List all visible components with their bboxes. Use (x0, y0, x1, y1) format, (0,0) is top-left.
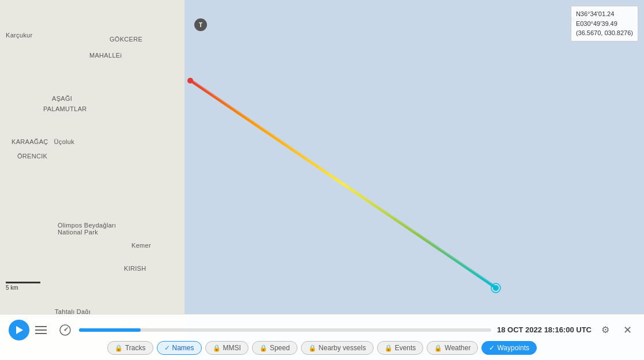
chip-label: MMSI (223, 344, 241, 352)
map-label: MAHALLEi (89, 52, 122, 59)
chip-label: Waypoints (497, 344, 529, 352)
chip-events[interactable]: 🔒Events (377, 341, 424, 355)
coordinate-display: N36°34'01.24 E030°49'39.49 (36.5670, 030… (571, 6, 638, 41)
map-container: KarçukurGÖKCEREMAHALLEiAŞAĞIPALAMUTLARKA… (0, 0, 644, 360)
speed-button[interactable] (57, 322, 73, 338)
lock-icon: 🔒 (259, 344, 268, 352)
close-icon: ✕ (623, 324, 632, 336)
lock-icon: 🔒 (434, 344, 442, 352)
map-label: Karçukur (6, 32, 32, 39)
chip-label: Nearby vessels (319, 344, 366, 352)
playback-row: 18 OCT 2022 18:16:00 UTC ⚙ ✕ (9, 320, 635, 340)
sea-area (150, 0, 644, 360)
map-pin[interactable]: T (194, 18, 207, 31)
map-label: ÖRENCIK (17, 153, 47, 160)
chip-weather[interactable]: 🔒Weather (427, 341, 478, 355)
map-label: GÖKCERE (110, 36, 142, 43)
lock-icon: 🔒 (115, 344, 123, 352)
settings-button[interactable]: ⚙ (597, 322, 613, 338)
coord-line2: E030°49'39.49 (576, 19, 633, 29)
map-label: Kemer (131, 242, 151, 249)
gear-icon: ⚙ (601, 325, 609, 335)
svg-point-6 (65, 329, 66, 331)
chip-nearby-vessels[interactable]: 🔒Nearby vessels (301, 341, 374, 355)
chip-names[interactable]: ✓Names (157, 341, 202, 355)
map-label: AŞAĞI (52, 95, 72, 102)
scale-bar-line (6, 282, 40, 283)
bottom-toolbar: 18 OCT 2022 18:16:00 UTC ⚙ ✕ 🔒Tracks✓Nam… (0, 314, 644, 360)
lock-icon: 🔒 (308, 344, 317, 352)
chip-waypoints[interactable]: ✓Waypoints (481, 341, 537, 355)
progress-bar[interactable] (79, 328, 491, 332)
progress-fill (79, 328, 141, 332)
chip-tracks[interactable]: 🔒Tracks (107, 341, 153, 355)
close-button[interactable]: ✕ (619, 322, 635, 338)
map-label: KIRISH (124, 265, 146, 272)
chip-label: Events (395, 344, 416, 352)
chip-label: Speed (270, 344, 290, 352)
lock-icon: 🔒 (385, 344, 393, 352)
speed-icon (59, 324, 71, 336)
map-label: Olimpos Beydağları National Park (58, 222, 116, 236)
play-icon (16, 326, 23, 334)
chip-label: Names (172, 344, 194, 352)
scale-bar: 5 km (6, 282, 40, 291)
chip-speed[interactable]: 🔒Speed (252, 341, 297, 355)
timestamp-label: 18 OCT 2022 18:16:00 UTC (497, 325, 592, 334)
coord-line1: N36°34'01.24 (576, 9, 633, 19)
check-icon: ✓ (489, 344, 495, 352)
map-label: PALAMUTLAR (43, 105, 87, 112)
scale-bar-label: 5 km (6, 285, 18, 291)
map-label: KARAAĞAÇ Üçoluk (12, 138, 74, 145)
menu-button[interactable] (35, 322, 51, 338)
chip-mmsi[interactable]: 🔒MMSI (205, 341, 248, 355)
coord-line3: (36.5670, 030.8276) (576, 28, 633, 38)
play-button[interactable] (9, 320, 29, 340)
chip-label: Weather (445, 344, 470, 352)
filter-chips-row: 🔒Tracks✓Names🔒MMSI🔒Speed🔒Nearby vessels🔒… (107, 341, 537, 355)
check-icon: ✓ (164, 344, 170, 352)
lock-icon: 🔒 (213, 344, 221, 352)
chip-label: Tracks (125, 344, 146, 352)
